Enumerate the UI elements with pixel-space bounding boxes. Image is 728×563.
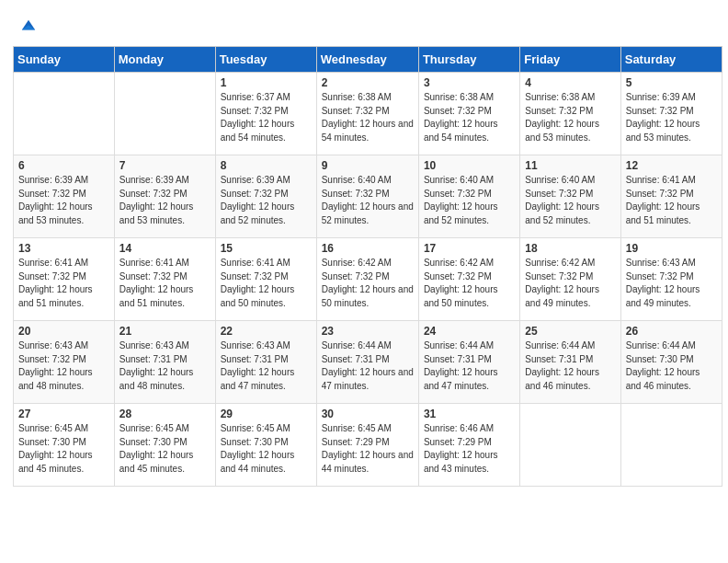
- day-cell: 24Sunrise: 6:44 AM Sunset: 7:31 PM Dayli…: [418, 321, 519, 404]
- day-number: 9: [322, 159, 414, 172]
- day-number: 1: [221, 76, 312, 89]
- day-number: 30: [322, 408, 414, 420]
- day-number: 23: [322, 325, 414, 338]
- day-cell: 28Sunrise: 6:45 AM Sunset: 7:30 PM Dayli…: [114, 404, 215, 487]
- day-cell: 3Sunrise: 6:38 AM Sunset: 7:32 PM Daylig…: [418, 73, 519, 155]
- day-info: Sunrise: 6:43 AM Sunset: 7:32 PM Dayligh…: [626, 257, 717, 310]
- day-cell: 21Sunrise: 6:43 AM Sunset: 7:31 PM Dayli…: [114, 321, 215, 404]
- day-cell: [520, 404, 620, 487]
- day-cell: 4Sunrise: 6:38 AM Sunset: 7:32 PM Daylig…: [520, 73, 620, 155]
- day-info: Sunrise: 6:38 AM Sunset: 7:32 PM Dayligh…: [525, 91, 615, 144]
- day-info: Sunrise: 6:38 AM Sunset: 7:32 PM Dayligh…: [322, 91, 414, 144]
- day-cell: 13Sunrise: 6:41 AM Sunset: 7:32 PM Dayli…: [14, 238, 115, 321]
- day-cell: 20Sunrise: 6:43 AM Sunset: 7:32 PM Dayli…: [14, 321, 115, 404]
- day-number: 27: [18, 408, 109, 420]
- day-cell: 15Sunrise: 6:41 AM Sunset: 7:32 PM Dayli…: [215, 238, 316, 321]
- calendar-header-row: SundayMondayTuesdayWednesdayThursdayFrid…: [14, 47, 722, 73]
- day-info: Sunrise: 6:37 AM Sunset: 7:32 PM Dayligh…: [221, 91, 312, 144]
- day-info: Sunrise: 6:46 AM Sunset: 7:29 PM Dayligh…: [424, 422, 515, 476]
- day-cell: 1Sunrise: 6:37 AM Sunset: 7:32 PM Daylig…: [215, 73, 316, 155]
- day-number: 13: [18, 242, 109, 255]
- day-cell: 11Sunrise: 6:40 AM Sunset: 7:32 PM Dayli…: [520, 155, 620, 238]
- day-info: Sunrise: 6:40 AM Sunset: 7:32 PM Dayligh…: [525, 174, 615, 227]
- day-info: Sunrise: 6:42 AM Sunset: 7:32 PM Dayligh…: [525, 257, 615, 310]
- day-info: Sunrise: 6:41 AM Sunset: 7:32 PM Dayligh…: [18, 257, 109, 310]
- day-cell: [620, 404, 722, 487]
- day-info: Sunrise: 6:45 AM Sunset: 7:29 PM Dayligh…: [322, 422, 414, 476]
- day-info: Sunrise: 6:41 AM Sunset: 7:32 PM Dayligh…: [221, 257, 312, 310]
- day-cell: 10Sunrise: 6:40 AM Sunset: 7:32 PM Dayli…: [418, 155, 519, 238]
- day-info: Sunrise: 6:45 AM Sunset: 7:30 PM Dayligh…: [18, 422, 109, 476]
- week-row-2: 6Sunrise: 6:39 AM Sunset: 7:32 PM Daylig…: [14, 155, 722, 238]
- day-cell: 6Sunrise: 6:39 AM Sunset: 7:32 PM Daylig…: [14, 155, 115, 238]
- day-cell: 9Sunrise: 6:40 AM Sunset: 7:32 PM Daylig…: [316, 155, 418, 238]
- day-number: 2: [322, 76, 414, 89]
- calendar-body: 1Sunrise: 6:37 AM Sunset: 7:32 PM Daylig…: [14, 73, 722, 487]
- day-header-saturday: Saturday: [620, 47, 722, 73]
- day-number: 15: [221, 242, 312, 255]
- day-number: 4: [525, 76, 615, 89]
- day-number: 24: [424, 325, 515, 338]
- day-info: Sunrise: 6:43 AM Sunset: 7:32 PM Dayligh…: [18, 339, 109, 393]
- day-info: Sunrise: 6:41 AM Sunset: 7:32 PM Dayligh…: [626, 174, 717, 227]
- day-number: 3: [424, 76, 515, 89]
- day-info: Sunrise: 6:42 AM Sunset: 7:32 PM Dayligh…: [322, 257, 414, 310]
- day-header-friday: Friday: [520, 47, 620, 73]
- day-number: 12: [626, 159, 717, 172]
- day-cell: 19Sunrise: 6:43 AM Sunset: 7:32 PM Dayli…: [620, 238, 722, 321]
- day-info: Sunrise: 6:39 AM Sunset: 7:32 PM Dayligh…: [626, 91, 717, 144]
- day-info: Sunrise: 6:44 AM Sunset: 7:31 PM Dayligh…: [322, 339, 414, 393]
- day-info: Sunrise: 6:40 AM Sunset: 7:32 PM Dayligh…: [424, 174, 515, 227]
- day-number: 29: [221, 408, 312, 420]
- day-cell: 18Sunrise: 6:42 AM Sunset: 7:32 PM Dayli…: [520, 238, 620, 321]
- day-info: Sunrise: 6:40 AM Sunset: 7:32 PM Dayligh…: [322, 174, 414, 227]
- day-cell: 27Sunrise: 6:45 AM Sunset: 7:30 PM Dayli…: [14, 404, 115, 487]
- day-info: Sunrise: 6:41 AM Sunset: 7:32 PM Dayligh…: [119, 257, 210, 310]
- day-info: Sunrise: 6:45 AM Sunset: 7:30 PM Dayligh…: [119, 422, 210, 476]
- day-cell: 16Sunrise: 6:42 AM Sunset: 7:32 PM Dayli…: [316, 238, 418, 321]
- day-cell: 7Sunrise: 6:39 AM Sunset: 7:32 PM Daylig…: [114, 155, 215, 238]
- day-number: 20: [18, 325, 109, 338]
- week-row-3: 13Sunrise: 6:41 AM Sunset: 7:32 PM Dayli…: [14, 238, 722, 321]
- week-row-5: 27Sunrise: 6:45 AM Sunset: 7:30 PM Dayli…: [14, 404, 722, 487]
- day-cell: 29Sunrise: 6:45 AM Sunset: 7:30 PM Dayli…: [215, 404, 316, 487]
- header: [9, 9, 719, 46]
- day-number: 10: [424, 159, 515, 172]
- day-cell: 22Sunrise: 6:43 AM Sunset: 7:31 PM Dayli…: [215, 321, 316, 404]
- day-info: Sunrise: 6:44 AM Sunset: 7:31 PM Dayligh…: [424, 339, 515, 393]
- week-row-4: 20Sunrise: 6:43 AM Sunset: 7:32 PM Dayli…: [14, 321, 722, 404]
- day-number: 7: [119, 159, 210, 172]
- day-number: 11: [525, 159, 615, 172]
- day-cell: 23Sunrise: 6:44 AM Sunset: 7:31 PM Dayli…: [316, 321, 418, 404]
- day-number: 31: [424, 408, 515, 420]
- day-number: 28: [119, 408, 210, 420]
- day-cell: 8Sunrise: 6:39 AM Sunset: 7:32 PM Daylig…: [215, 155, 316, 238]
- day-number: 21: [119, 325, 210, 338]
- day-number: 18: [525, 242, 615, 255]
- day-info: Sunrise: 6:38 AM Sunset: 7:32 PM Dayligh…: [424, 91, 515, 144]
- week-row-1: 1Sunrise: 6:37 AM Sunset: 7:32 PM Daylig…: [14, 73, 722, 155]
- day-cell: [114, 73, 215, 155]
- day-info: Sunrise: 6:44 AM Sunset: 7:31 PM Dayligh…: [525, 339, 615, 393]
- day-cell: 5Sunrise: 6:39 AM Sunset: 7:32 PM Daylig…: [620, 73, 722, 155]
- day-cell: 31Sunrise: 6:46 AM Sunset: 7:29 PM Dayli…: [418, 404, 519, 487]
- day-header-thursday: Thursday: [418, 47, 519, 73]
- day-info: Sunrise: 6:39 AM Sunset: 7:32 PM Dayligh…: [119, 174, 210, 227]
- logo: [18, 17, 37, 40]
- day-number: 16: [322, 242, 414, 255]
- day-cell: 2Sunrise: 6:38 AM Sunset: 7:32 PM Daylig…: [316, 73, 418, 155]
- day-cell: 30Sunrise: 6:45 AM Sunset: 7:29 PM Dayli…: [316, 404, 418, 487]
- calendar-table: SundayMondayTuesdayWednesdayThursdayFrid…: [13, 46, 722, 487]
- day-number: 6: [18, 159, 109, 172]
- day-number: 17: [424, 242, 515, 255]
- day-number: 26: [626, 325, 717, 338]
- day-number: 25: [525, 325, 615, 338]
- logo-icon: [20, 18, 37, 35]
- day-number: 5: [626, 76, 717, 89]
- day-cell: 12Sunrise: 6:41 AM Sunset: 7:32 PM Dayli…: [620, 155, 722, 238]
- day-cell: [14, 73, 115, 155]
- day-cell: 17Sunrise: 6:42 AM Sunset: 7:32 PM Dayli…: [418, 238, 519, 321]
- day-header-sunday: Sunday: [14, 47, 115, 73]
- day-info: Sunrise: 6:44 AM Sunset: 7:30 PM Dayligh…: [626, 339, 717, 393]
- day-info: Sunrise: 6:43 AM Sunset: 7:31 PM Dayligh…: [221, 339, 312, 393]
